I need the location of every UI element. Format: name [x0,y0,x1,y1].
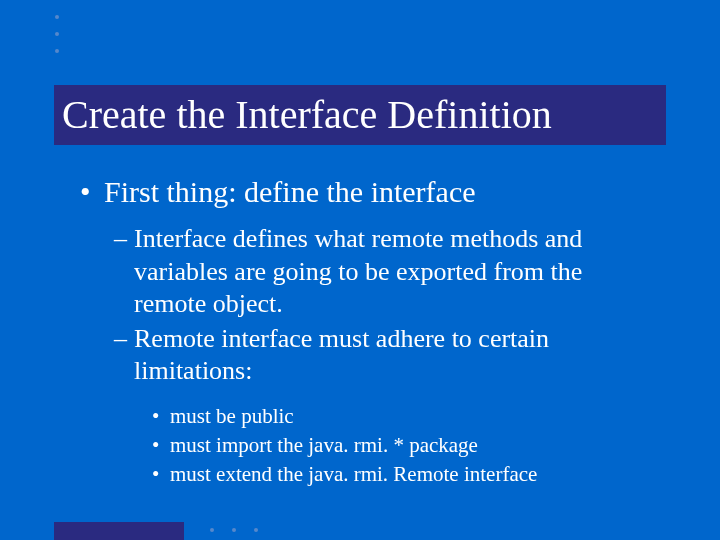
bullet-level1: First thing: define the interface [80,175,660,209]
bullet-level3: must import the java. rmi. * package [152,431,660,460]
bullet-text: Remote interface must adhere to certain … [134,324,549,386]
bullet-level2: –Remote interface must adhere to certain… [80,323,660,388]
dot-icon [55,32,59,36]
dot-icon [55,15,59,19]
bullet-level2: –Interface defines what remote methods a… [80,223,660,321]
slide-title: Create the Interface Definition [54,85,666,145]
bullet-level3: must be public [152,402,660,431]
bullet-level3: must extend the java. rmi. Remote interf… [152,460,660,489]
decorative-dots-bottom [210,528,258,532]
dot-icon [254,528,258,532]
bullet-text: Interface defines what remote methods an… [134,224,582,318]
slide-content: First thing: define the interface –Inter… [80,175,660,490]
dot-icon [210,528,214,532]
bullet-level3-group: must be public must import the java. rmi… [80,402,660,490]
decorative-bottom-bar [54,522,184,540]
decorative-dots-top [55,15,59,53]
dot-icon [232,528,236,532]
dot-icon [55,49,59,53]
